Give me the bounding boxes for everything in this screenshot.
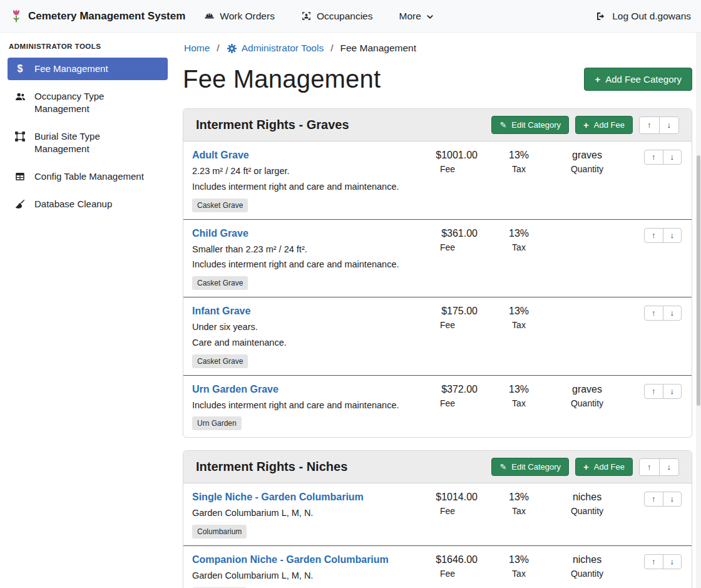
fee-type-badge: Casket Grave [192,354,248,368]
category-move-up-button[interactable]: ↑ [639,116,660,134]
tax-label: Tax [488,398,550,408]
fee-move-up-button[interactable]: ↑ [644,492,663,507]
fee-amount-col: $361.00 Fee [410,228,485,252]
category-move-down-button[interactable]: ↓ [659,116,680,134]
vertical-scrollbar[interactable] [696,33,701,588]
pencil-icon: ✎ [499,120,506,130]
occupancy-icon [301,11,312,21]
fee-move-up-button[interactable]: ↑ [644,554,663,569]
fee-type-badge: Urn Garden [192,416,242,430]
add-fee-label: Add Fee [594,462,625,472]
fee-amount-col: $1001.00 Fee [410,150,485,174]
quantity-col [553,228,622,242]
fee-move-down-button[interactable]: ↓ [663,228,682,243]
breadcrumb-admin-tools-link[interactable]: Administrator Tools [242,43,324,54]
fee-description: Smaller than 2.23 m² / 24 ft². [192,243,407,257]
quantity-label: Quantity [553,398,622,408]
tax-value: 13% [488,492,550,503]
quantity-label: Quantity [553,164,622,174]
add-fee-category-label: Add Fee Category [605,74,682,85]
fee-description: Includes interment right and care and ma… [192,180,407,194]
nav-links: Work Orders Occupancies More [204,11,434,22]
fee-label: Fee [410,398,485,408]
chevron-down-icon [426,13,434,21]
fee-move-down-button[interactable]: ↓ [663,306,682,321]
category-move-up-button[interactable]: ↑ [639,458,660,476]
dollar-icon: $ [14,63,26,75]
fee-move-down-button[interactable]: ↓ [663,492,682,507]
breadcrumb: Home / [183,39,692,55]
fee-type-badge: Columbarium [192,525,247,539]
fee-label: Fee [410,506,485,516]
sidebar-item-label: Burial Site Type Management [34,130,147,155]
add-fee-button[interactable]: + Add Fee [575,116,633,134]
tax-value: 13% [488,384,550,396]
gear-icon [227,43,237,54]
category-move-down-button[interactable]: ↓ [659,458,680,476]
fee-info: Child Grave Smaller than 2.23 m² / 24 ft… [192,228,407,291]
fee-value: $1014.00 [410,492,485,503]
nav-item-occupancies[interactable]: Occupancies [301,11,373,22]
fee-row-child-grave: Child Grave Smaller than 2.23 m² / 24 ft… [183,219,692,297]
sidebar-item-burial-site-type-management[interactable]: Burial Site Type Management [8,125,168,160]
fee-move-up-button[interactable]: ↑ [644,228,663,243]
fee-description: Care and maintenance. [192,336,407,350]
fee-amount-col: $1646.00 Fee [410,554,485,579]
fee-move-up-button[interactable]: ↑ [644,306,663,321]
fee-reorder-group: ↑ ↓ [644,384,682,399]
fee-description: Under six years. [192,321,407,334]
sidebar: ADMINISTRATOR TOOLS $ Fee Management Occ… [0,33,175,588]
breadcrumb-home-link[interactable]: Home [184,43,210,54]
fee-move-down-button[interactable]: ↓ [663,554,682,569]
fee-name-link[interactable]: Infant Grave [192,306,407,317]
fee-reorder-group: ↑ ↓ [644,492,682,507]
scrollbar-thumb[interactable] [697,155,700,406]
app-brand[interactable]: Cemetery Management System [10,8,185,24]
arrow-down-icon: ↓ [667,121,672,130]
quantity-value: graves [553,384,622,396]
add-fee-category-button[interactable]: + Add Fee Category [584,68,692,91]
arrow-down-icon: ↓ [670,231,675,240]
quantity-col: niches Quantity [553,554,622,579]
quantity-label: Quantity [553,569,622,579]
category-title: Interment Rights - Niches [196,460,347,474]
edit-category-button[interactable]: ✎ Edit Category [491,116,569,134]
fee-info: Infant Grave Under six years. Care and m… [192,306,407,368]
category-title: Interment Rights - Graves [196,118,349,132]
fee-description: Includes interment right and care and ma… [192,399,407,413]
edit-category-button[interactable]: ✎ Edit Category [491,458,569,476]
tax-label: Tax [488,569,550,579]
nav-item-more[interactable]: More [399,11,434,22]
fee-move-up-button[interactable]: ↑ [644,384,663,399]
fee-name-link[interactable]: Child Grave [192,228,407,239]
top-navbar: Cemetery Management System Work Orders O… [0,0,701,33]
fee-row-urn-garden-grave: Urn Garden Grave Includes interment righ… [183,375,692,438]
arrow-down-icon: ↓ [670,387,675,396]
broom-icon [14,199,26,210]
sidebar-item-occupancy-type-management[interactable]: Occupancy Type Management [8,85,168,120]
sidebar-item-database-cleanup[interactable]: Database Cleanup [8,193,168,215]
fee-name-link[interactable]: Companion Niche - Garden Columbarium [192,554,407,565]
nav-item-work-orders[interactable]: Work Orders [204,11,275,22]
quantity-col: graves Quantity [553,150,622,174]
fee-name-link[interactable]: Adult Grave [192,150,407,161]
fee-label: Fee [410,569,485,579]
fee-move-up-button[interactable]: ↑ [644,150,663,165]
fee-move-down-button[interactable]: ↓ [663,150,682,165]
add-fee-button[interactable]: + Add Fee [575,458,633,476]
fee-name-link[interactable]: Single Niche - Garden Columbarium [192,492,407,503]
fee-reorder-group: ↑ ↓ [644,150,682,165]
arrow-up-icon: ↑ [647,121,652,130]
fee-info: Companion Niche - Garden Columbarium Gar… [192,554,407,588]
sidebar-item-fee-management[interactable]: $ Fee Management [8,58,168,80]
fee-name-link[interactable]: Urn Garden Grave [192,384,407,395]
logout-button[interactable]: Log Out d.gowans [595,11,691,22]
sidebar-item-config-table-management[interactable]: Config Table Management [8,165,168,188]
table-icon [14,171,26,182]
arrow-down-icon: ↓ [670,309,675,317]
fee-row-adult-grave: Adult Grave 2.23 m² / 24 ft² or larger. … [183,142,692,219]
fee-move-down-button[interactable]: ↓ [663,384,682,399]
sidebar-item-label: Database Cleanup [34,198,112,210]
breadcrumb-separator: / [330,43,333,54]
hard-hat-icon [204,11,215,21]
